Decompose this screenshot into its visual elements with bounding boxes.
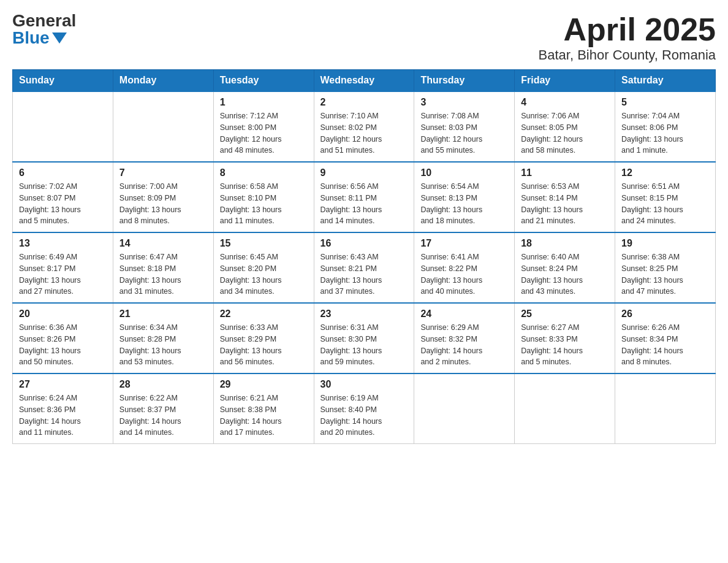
calendar-cell: 19Sunrise: 6:38 AM Sunset: 8:25 PM Dayli… [615,232,716,303]
calendar-cell: 4Sunrise: 7:06 AM Sunset: 8:05 PM Daylig… [515,91,615,162]
day-info: Sunrise: 6:41 AM Sunset: 8:22 PM Dayligh… [420,251,508,297]
day-info: Sunrise: 6:53 AM Sunset: 8:14 PM Dayligh… [521,181,609,227]
day-number: 22 [220,308,308,320]
calendar-cell: 2Sunrise: 7:10 AM Sunset: 8:02 PM Daylig… [314,91,414,162]
day-number: 9 [320,167,408,178]
calendar-week-row: 27Sunrise: 6:24 AM Sunset: 8:36 PM Dayli… [13,373,716,444]
weekday-header: Sunday [13,70,113,92]
calendar-week-row: 20Sunrise: 6:36 AM Sunset: 8:26 PM Dayli… [13,303,716,373]
calendar-cell: 14Sunrise: 6:47 AM Sunset: 8:18 PM Dayli… [113,232,213,303]
day-number: 18 [521,238,609,249]
calendar-cell [615,373,716,444]
day-number: 5 [621,97,709,108]
calendar-table: SundayMondayTuesdayWednesdayThursdayFrid… [12,69,716,444]
day-info: Sunrise: 6:56 AM Sunset: 8:11 PM Dayligh… [320,181,408,227]
calendar-cell: 6Sunrise: 7:02 AM Sunset: 8:07 PM Daylig… [13,162,113,232]
calendar-cell [113,91,213,162]
weekday-header: Thursday [414,70,515,92]
calendar-cell: 15Sunrise: 6:45 AM Sunset: 8:20 PM Dayli… [213,232,314,303]
calendar-cell: 16Sunrise: 6:43 AM Sunset: 8:21 PM Dayli… [314,232,414,303]
calendar-cell: 17Sunrise: 6:41 AM Sunset: 8:22 PM Dayli… [414,232,515,303]
day-number: 30 [320,379,408,390]
day-info: Sunrise: 6:34 AM Sunset: 8:28 PM Dayligh… [119,322,207,368]
weekday-header: Tuesday [213,70,314,92]
day-info: Sunrise: 6:36 AM Sunset: 8:26 PM Dayligh… [19,322,107,368]
day-info: Sunrise: 6:38 AM Sunset: 8:25 PM Dayligh… [621,251,709,297]
day-info: Sunrise: 6:22 AM Sunset: 8:37 PM Dayligh… [119,393,207,439]
day-info: Sunrise: 7:12 AM Sunset: 8:00 PM Dayligh… [220,110,308,156]
calendar-cell: 29Sunrise: 6:21 AM Sunset: 8:38 PM Dayli… [213,373,314,444]
calendar-cell: 21Sunrise: 6:34 AM Sunset: 8:28 PM Dayli… [113,303,213,373]
calendar-cell: 13Sunrise: 6:49 AM Sunset: 8:17 PM Dayli… [13,232,113,303]
day-info: Sunrise: 7:10 AM Sunset: 8:02 PM Dayligh… [320,110,408,156]
calendar-cell: 3Sunrise: 7:08 AM Sunset: 8:03 PM Daylig… [414,91,515,162]
day-info: Sunrise: 6:29 AM Sunset: 8:32 PM Dayligh… [420,322,508,368]
calendar-cell: 11Sunrise: 6:53 AM Sunset: 8:14 PM Dayli… [515,162,615,232]
day-number: 25 [521,308,609,320]
day-number: 20 [19,308,107,320]
day-info: Sunrise: 6:21 AM Sunset: 8:38 PM Dayligh… [220,393,308,439]
page-header: General Blue April 2025 Batar, Bihor Cou… [12,12,716,63]
calendar-body: 1Sunrise: 7:12 AM Sunset: 8:00 PM Daylig… [13,91,716,444]
calendar-cell: 1Sunrise: 7:12 AM Sunset: 8:00 PM Daylig… [213,91,314,162]
day-info: Sunrise: 7:00 AM Sunset: 8:09 PM Dayligh… [119,181,207,227]
calendar-cell: 20Sunrise: 6:36 AM Sunset: 8:26 PM Dayli… [13,303,113,373]
calendar-cell: 5Sunrise: 7:04 AM Sunset: 8:06 PM Daylig… [615,91,716,162]
calendar-cell: 28Sunrise: 6:22 AM Sunset: 8:37 PM Dayli… [113,373,213,444]
day-info: Sunrise: 6:31 AM Sunset: 8:30 PM Dayligh… [320,322,408,368]
day-number: 21 [119,308,207,320]
day-number: 13 [19,238,107,249]
day-info: Sunrise: 6:47 AM Sunset: 8:18 PM Dayligh… [119,251,207,297]
day-info: Sunrise: 7:08 AM Sunset: 8:03 PM Dayligh… [420,110,508,156]
calendar-cell: 23Sunrise: 6:31 AM Sunset: 8:30 PM Dayli… [314,303,414,373]
calendar-cell: 8Sunrise: 6:58 AM Sunset: 8:10 PM Daylig… [213,162,314,232]
day-info: Sunrise: 6:43 AM Sunset: 8:21 PM Dayligh… [320,251,408,297]
calendar-header: SundayMondayTuesdayWednesdayThursdayFrid… [13,70,716,92]
day-number: 8 [220,167,308,178]
logo-blue-text: Blue [12,29,67,47]
weekday-header: Saturday [615,70,716,92]
calendar-title: April 2025 [539,12,716,47]
day-number: 12 [621,167,709,178]
day-number: 1 [220,97,308,108]
day-number: 27 [19,379,107,390]
day-number: 19 [621,238,709,249]
day-info: Sunrise: 6:40 AM Sunset: 8:24 PM Dayligh… [521,251,609,297]
day-number: 15 [220,238,308,249]
calendar-week-row: 13Sunrise: 6:49 AM Sunset: 8:17 PM Dayli… [13,232,716,303]
day-number: 29 [220,379,308,390]
calendar-cell: 9Sunrise: 6:56 AM Sunset: 8:11 PM Daylig… [314,162,414,232]
calendar-cell [515,373,615,444]
calendar-cell: 25Sunrise: 6:27 AM Sunset: 8:33 PM Dayli… [515,303,615,373]
calendar-week-row: 6Sunrise: 7:02 AM Sunset: 8:07 PM Daylig… [13,162,716,232]
weekday-header: Monday [113,70,213,92]
calendar-cell: 24Sunrise: 6:29 AM Sunset: 8:32 PM Dayli… [414,303,515,373]
calendar-subtitle: Batar, Bihor County, Romania [539,47,716,63]
calendar-week-row: 1Sunrise: 7:12 AM Sunset: 8:00 PM Daylig… [13,91,716,162]
calendar-cell: 18Sunrise: 6:40 AM Sunset: 8:24 PM Dayli… [515,232,615,303]
logo-general-text: General [12,12,76,29]
calendar-cell: 30Sunrise: 6:19 AM Sunset: 8:40 PM Dayli… [314,373,414,444]
day-number: 7 [119,167,207,178]
day-info: Sunrise: 6:45 AM Sunset: 8:20 PM Dayligh… [220,251,308,297]
weekday-header: Friday [515,70,615,92]
day-info: Sunrise: 7:04 AM Sunset: 8:06 PM Dayligh… [621,110,709,156]
day-number: 4 [521,97,609,108]
day-number: 2 [320,97,408,108]
weekday-header-row: SundayMondayTuesdayWednesdayThursdayFrid… [13,70,716,92]
day-number: 24 [420,308,508,320]
day-number: 23 [320,308,408,320]
day-info: Sunrise: 7:02 AM Sunset: 8:07 PM Dayligh… [19,181,107,227]
title-block: April 2025 Batar, Bihor County, Romania [539,12,716,63]
day-number: 16 [320,238,408,249]
day-number: 6 [19,167,107,178]
day-info: Sunrise: 6:27 AM Sunset: 8:33 PM Dayligh… [521,322,609,368]
day-number: 3 [420,97,508,108]
day-number: 14 [119,238,207,249]
day-number: 10 [420,167,508,178]
calendar-cell: 12Sunrise: 6:51 AM Sunset: 8:15 PM Dayli… [615,162,716,232]
calendar-cell: 22Sunrise: 6:33 AM Sunset: 8:29 PM Dayli… [213,303,314,373]
calendar-cell: 7Sunrise: 7:00 AM Sunset: 8:09 PM Daylig… [113,162,213,232]
day-info: Sunrise: 6:49 AM Sunset: 8:17 PM Dayligh… [19,251,107,297]
calendar-cell: 10Sunrise: 6:54 AM Sunset: 8:13 PM Dayli… [414,162,515,232]
